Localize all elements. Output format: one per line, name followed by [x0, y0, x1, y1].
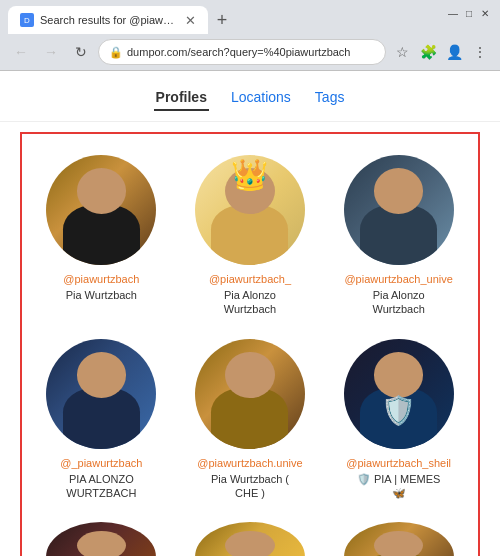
close-button[interactable]: ✕ [478, 6, 492, 20]
profile-name: Pia Wurtzbach (CHE ) [211, 472, 289, 501]
avatar [46, 339, 156, 449]
menu-button[interactable]: ⋮ [468, 40, 492, 64]
avatar [195, 522, 305, 556]
search-tabs: Profiles Locations Tags [0, 71, 500, 122]
tab-tags[interactable]: Tags [313, 85, 347, 111]
maximize-button[interactable]: □ [462, 6, 476, 20]
tab-locations[interactable]: Locations [229, 85, 293, 111]
tab-close-icon[interactable]: ✕ [185, 14, 196, 27]
reload-button[interactable]: ↻ [68, 39, 94, 65]
avatar: 🛡️ [344, 339, 454, 449]
profile-name: 🛡️ PIA | MEMES🦋 [357, 472, 441, 501]
profile-card[interactable]: @piawurtzbach_unive Pia AlonzoWurtzbach [329, 149, 468, 323]
shield-icon: 🛡️ [381, 394, 416, 427]
forward-button[interactable]: → [38, 39, 64, 65]
tab-title: Search results for @piawurtzba... [40, 14, 179, 26]
profile-card[interactable]: @piawurtzbach.unive Pia Wurtzbach (CHE ) [181, 333, 320, 507]
minimize-button[interactable]: — [446, 6, 460, 20]
profile-card[interactable]: 👑 @piawurtzbach_ Pia AlonzoWurtzbach [181, 149, 320, 323]
profile-username: @piawurtzbach [63, 273, 139, 285]
address-text: dumpor.com/search?query=%40piawurtzbach [127, 46, 351, 58]
avatar [46, 522, 156, 556]
profile-card[interactable] [32, 516, 171, 556]
profile-card[interactable] [329, 516, 468, 556]
profiles-grid: @piawurtzbach Pia Wurtzbach 👑 @piawurtzb… [32, 144, 468, 556]
profile-card[interactable]: @piawurtzbach Pia Wurtzbach [32, 149, 171, 323]
new-tab-button[interactable]: + [208, 6, 236, 34]
profile-name: PIA ALONZOWURTZBACH [66, 472, 136, 501]
profile-username: @piawurtzbach.unive [197, 457, 302, 469]
extension-button[interactable]: 🧩 [416, 40, 440, 64]
profile-card[interactable]: @_piawurtzbach PIA ALONZOWURTZBACH [32, 333, 171, 507]
profile-username: @piawurtzbach_sheil [346, 457, 451, 469]
profile-name: Pia AlonzoWurtzbach [224, 288, 276, 317]
profiles-container: @piawurtzbach Pia Wurtzbach 👑 @piawurtzb… [20, 132, 480, 556]
profile-card[interactable]: 🛡️ @piawurtzbach_sheil 🛡️ PIA | MEMES🦋 [329, 333, 468, 507]
tab-profiles[interactable]: Profiles [154, 85, 209, 111]
avatar [195, 339, 305, 449]
profile-name: Pia Wurtzbach [66, 288, 137, 302]
back-button[interactable]: ← [8, 39, 34, 65]
avatar [344, 155, 454, 265]
profile-name: Pia AlonzoWurtzbach [372, 288, 424, 317]
profile-username: @_piawurtzbach [60, 457, 142, 469]
profile-button[interactable]: 👤 [442, 40, 466, 64]
address-bar[interactable]: 🔒 dumpor.com/search?query=%40piawurtzbac… [98, 39, 386, 65]
profile-card[interactable] [181, 516, 320, 556]
bookmark-button[interactable]: ☆ [390, 40, 414, 64]
crown-icon: 👑 [231, 157, 268, 192]
window-controls: — □ ✕ [446, 6, 492, 20]
tab-favicon: D [20, 13, 34, 27]
avatar [46, 155, 156, 265]
lock-icon: 🔒 [109, 46, 123, 59]
profile-username: @piawurtzbach_ [209, 273, 291, 285]
avatar: 👑 [195, 155, 305, 265]
active-tab[interactable]: D Search results for @piawurtzba... ✕ [8, 6, 208, 34]
page-content: Profiles Locations Tags @piawurtzbach Pi… [0, 71, 500, 556]
profile-username: @piawurtzbach_unive [344, 273, 452, 285]
avatar [344, 522, 454, 556]
